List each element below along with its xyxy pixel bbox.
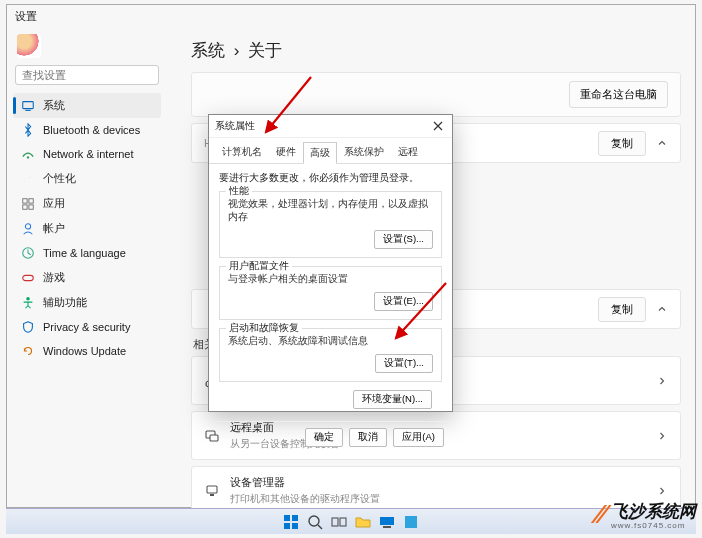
sidebar-item-label: 游戏 [43, 270, 65, 285]
device-manager-icon [204, 483, 220, 499]
sidebar-item-label: 应用 [43, 196, 65, 211]
svg-rect-7 [23, 204, 27, 208]
svg-rect-21 [292, 515, 298, 521]
sidebar-item-bluetooth[interactable]: Bluetooth & devices [13, 118, 161, 142]
tab-remote[interactable]: 远程 [391, 141, 425, 163]
performance-group-title: 性能 [226, 185, 252, 198]
user-area[interactable] [13, 31, 161, 61]
svg-point-4 [27, 156, 29, 158]
tab-hardware[interactable]: 硬件 [269, 141, 303, 163]
ok-button[interactable]: 确定 [305, 428, 343, 447]
related-item-title: 设备管理器 [230, 475, 646, 490]
sidebar-item-label: Windows Update [43, 345, 126, 357]
tab-system-protection[interactable]: 系统保护 [337, 141, 391, 163]
svg-line-25 [318, 525, 322, 529]
sidebar-item-accessibility[interactable]: 辅助功能 [13, 290, 161, 315]
update-icon [21, 344, 35, 358]
breadcrumb-separator: › [230, 41, 244, 60]
startup-recovery-settings-button[interactable]: 设置(T)... [375, 354, 433, 373]
sidebar-item-system[interactable]: 系统 [13, 93, 161, 118]
taskbar-search-icon[interactable] [306, 513, 324, 531]
bluetooth-icon [21, 123, 35, 137]
user-avatar-icon [17, 34, 41, 58]
svg-rect-26 [332, 518, 338, 526]
chevron-right-icon [656, 375, 668, 387]
startup-recovery-group-title: 启动和故障恢复 [226, 322, 302, 335]
network-icon [21, 147, 35, 161]
brush-icon [21, 172, 35, 186]
clock-icon [21, 246, 35, 260]
sidebar-item-accounts[interactable]: 帐户 [13, 216, 161, 241]
svg-point-12 [26, 296, 30, 300]
user-profiles-settings-button[interactable]: 设置(E)... [374, 292, 433, 311]
sidebar-item-privacy[interactable]: Privacy & security [13, 315, 161, 339]
performance-group: 性能 视觉效果，处理器计划，内存使用，以及虚拟内存 设置(S)... [219, 191, 442, 258]
sidebar-item-apps[interactable]: 应用 [13, 191, 161, 216]
performance-settings-button[interactable]: 设置(S)... [374, 230, 433, 249]
system-properties-dialog: 系统属性 计算机名 硬件 高级 系统保护 远程 要进行大多数更改，你必须作为管理… [208, 114, 453, 412]
svg-rect-23 [292, 523, 298, 529]
dialog-titlebar: 系统属性 [209, 115, 452, 138]
sidebar-item-gaming[interactable]: 游戏 [13, 265, 161, 290]
sidebar-item-update[interactable]: Windows Update [13, 339, 161, 363]
apply-button[interactable]: 应用(A) [393, 428, 444, 447]
svg-rect-8 [29, 204, 33, 208]
taskbar [6, 508, 696, 534]
taskview-icon[interactable] [330, 513, 348, 531]
startup-recovery-group: 启动和故障恢复 系统启动、系统故障和调试信息 设置(T)... [219, 328, 442, 382]
search-input-wrap[interactable] [15, 65, 159, 85]
svg-rect-17 [210, 494, 214, 496]
rename-pc-button[interactable]: 重命名这台电脑 [569, 81, 668, 108]
chevron-right-icon [656, 485, 668, 497]
user-profiles-group-title: 用户配置文件 [226, 260, 292, 273]
svg-rect-6 [29, 198, 33, 202]
tab-advanced[interactable]: 高级 [303, 142, 337, 164]
environment-variables-button[interactable]: 环境变量(N)... [353, 390, 432, 409]
startup-recovery-group-desc: 系统启动、系统故障和调试信息 [228, 335, 433, 348]
performance-group-desc: 视觉效果，处理器计划，内存使用，以及虚拟内存 [228, 198, 433, 224]
sidebar-item-label: 个性化 [43, 171, 76, 186]
breadcrumb: 系统 › 关于 [191, 33, 681, 72]
tab-computer-name[interactable]: 计算机名 [215, 141, 269, 163]
watermark-slash-icon: ∕∕ [596, 499, 607, 530]
app-taskbar-icon[interactable] [402, 513, 420, 531]
copy-button[interactable]: 复制 [598, 131, 646, 156]
svg-rect-2 [23, 101, 34, 108]
watermark-url: www.fs0745.com [611, 521, 696, 530]
accessibility-icon [21, 296, 35, 310]
search-input[interactable] [22, 69, 160, 81]
close-icon [433, 121, 443, 131]
sidebar-item-label: Network & internet [43, 148, 133, 160]
explorer-icon[interactable] [354, 513, 372, 531]
window-title: 设置 [7, 5, 695, 28]
sidebar-item-time[interactable]: Time & language [13, 241, 161, 265]
dialog-title: 系统属性 [215, 119, 255, 133]
svg-point-9 [25, 223, 30, 228]
person-icon [21, 222, 35, 236]
user-profiles-group: 用户配置文件 与登录帐户相关的桌面设置 设置(E)... [219, 266, 442, 320]
chevron-up-icon [656, 137, 668, 149]
dialog-body: 要进行大多数更改，你必须作为管理员登录。 性能 视觉效果，处理器计划，内存使用，… [209, 164, 452, 421]
related-item-sub: 打印机和其他设备的驱动程序设置 [230, 492, 646, 506]
rename-card: 重命名这台电脑 [191, 72, 681, 117]
svg-rect-30 [405, 516, 417, 528]
cancel-button[interactable]: 取消 [349, 428, 387, 447]
sidebar: 系统 Bluetooth & devices Network & interne… [7, 27, 167, 367]
sidebar-item-label: Bluetooth & devices [43, 124, 140, 136]
start-button[interactable] [282, 513, 300, 531]
chevron-right-icon [656, 430, 668, 442]
gaming-icon [21, 271, 35, 285]
sidebar-item-label: 系统 [43, 98, 65, 113]
copy-button-2[interactable]: 复制 [598, 297, 646, 322]
svg-rect-16 [207, 486, 217, 493]
sidebar-item-network[interactable]: Network & internet [13, 142, 161, 166]
sidebar-item-personalize[interactable]: 个性化 [13, 166, 161, 191]
dialog-tabs: 计算机名 硬件 高级 系统保护 远程 [209, 138, 452, 164]
settings-taskbar-icon[interactable] [378, 513, 396, 531]
close-button[interactable] [430, 118, 446, 134]
svg-rect-29 [383, 526, 391, 528]
breadcrumb-root[interactable]: 系统 [191, 41, 225, 60]
watermark-text: 飞沙系统网 [611, 502, 696, 521]
apps-icon [21, 197, 35, 211]
svg-rect-28 [380, 517, 394, 525]
